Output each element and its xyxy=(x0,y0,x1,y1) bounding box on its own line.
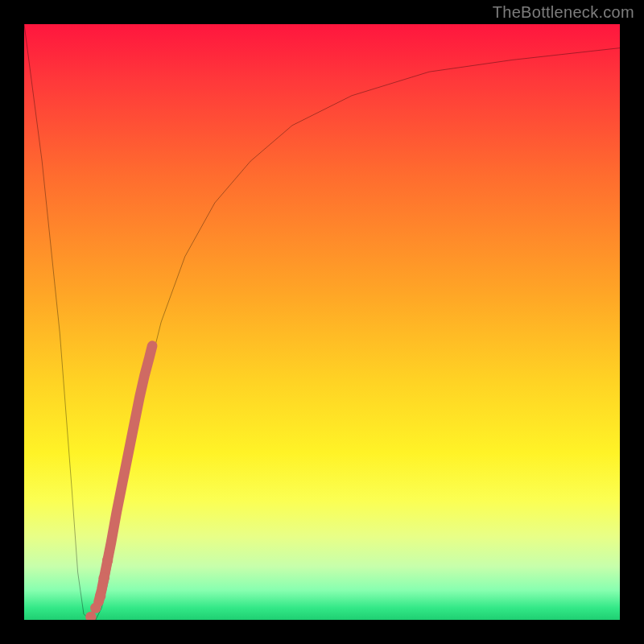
curve-layer xyxy=(24,24,620,620)
highlight-dot xyxy=(102,555,113,565)
watermark-text: TheBottleneck.com xyxy=(493,3,634,22)
chart-frame: TheBottleneck.com xyxy=(0,0,644,644)
plot-area xyxy=(24,24,620,620)
highlight-dot xyxy=(99,573,109,584)
highlight-dot xyxy=(95,591,105,601)
highlight-dot xyxy=(90,603,101,613)
